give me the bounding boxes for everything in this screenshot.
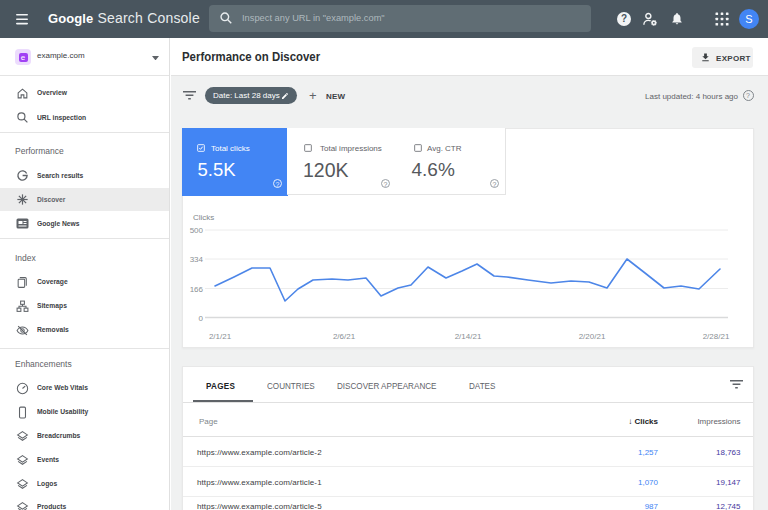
svg-text:2/28/21: 2/28/21 xyxy=(703,332,730,341)
svg-text:2/1/21: 2/1/21 xyxy=(209,332,232,341)
svg-text:0: 0 xyxy=(199,314,204,323)
svg-text:2/14/21: 2/14/21 xyxy=(455,332,482,341)
svg-text:2/20/21: 2/20/21 xyxy=(579,332,606,341)
svg-text:500: 500 xyxy=(190,226,204,235)
svg-text:334: 334 xyxy=(190,255,204,264)
svg-text:2/6/21: 2/6/21 xyxy=(333,332,356,341)
svg-text:166: 166 xyxy=(190,285,204,294)
